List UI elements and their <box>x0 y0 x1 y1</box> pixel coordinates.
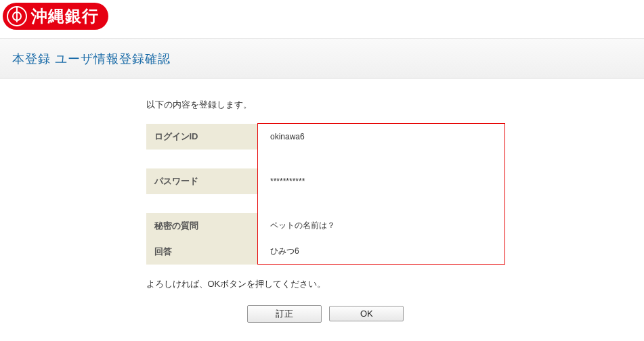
value-login-id: okinawa6 <box>258 124 505 150</box>
content-area: 以下の内容を登録します。 ログインID okinawa6 パスワード *****… <box>0 78 644 341</box>
value-answer: ひみつ6 <box>258 239 505 265</box>
logo-mark-icon <box>7 6 27 26</box>
label-password: パスワード <box>146 168 258 194</box>
value-secret-question: ペットの名前は？ <box>258 213 505 239</box>
button-row: 訂正 OK <box>146 305 505 323</box>
row-login-id: ログインID okinawa6 <box>146 124 505 150</box>
value-password: *********** <box>258 168 505 194</box>
confirm-note: よろしければ、OKボタンを押してください。 <box>146 278 505 290</box>
confirmation-table: ログインID okinawa6 パスワード *********** 秘密の質問 … <box>146 123 505 265</box>
label-secret-question: 秘密の質問 <box>146 213 258 239</box>
header: 沖縄銀行 <box>0 0 644 32</box>
intro-text: 以下の内容を登録します。 <box>146 99 505 111</box>
bank-logo: 沖縄銀行 <box>3 3 108 30</box>
label-login-id: ログインID <box>146 124 258 150</box>
label-answer: 回答 <box>146 239 258 265</box>
title-bar: 本登録 ユーザ情報登録確認 <box>0 38 644 78</box>
row-secret-question: 秘密の質問 ペットの名前は？ <box>146 213 505 239</box>
correct-button[interactable]: 訂正 <box>247 305 322 323</box>
row-password: パスワード *********** <box>146 168 505 194</box>
ok-button[interactable]: OK <box>329 306 404 321</box>
bank-name: 沖縄銀行 <box>31 8 99 24</box>
row-answer: 回答 ひみつ6 <box>146 239 505 265</box>
page-title: 本登録 ユーザ情報登録確認 <box>12 51 632 67</box>
